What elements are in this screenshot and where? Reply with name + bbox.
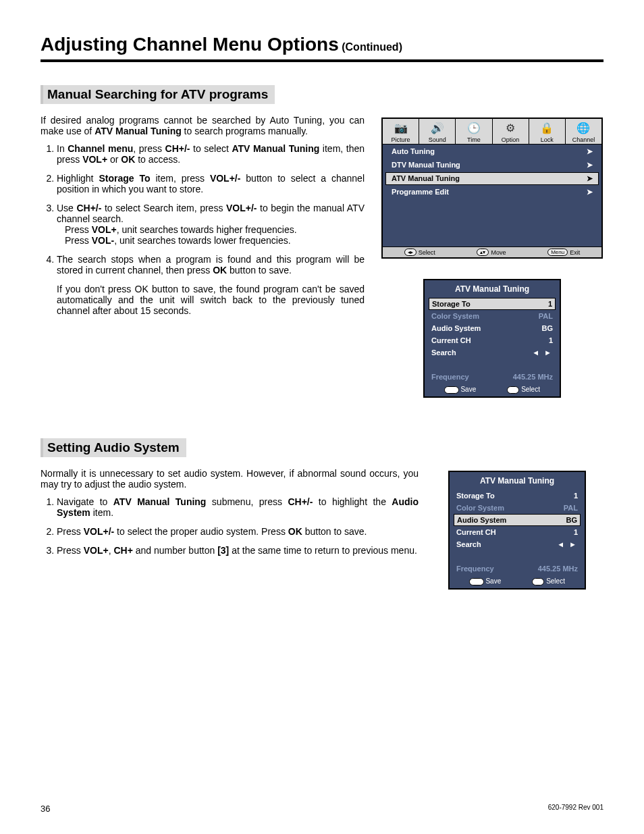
atv-row-storage-to[interactable]: Storage To1 — [450, 490, 585, 502]
atv-row-audio-system[interactable]: Audio SystemBG — [425, 322, 560, 334]
globe-icon: 🌐 — [566, 120, 601, 136]
osd-item-auto-tuning[interactable]: Auto Tuning➤ — [385, 145, 599, 158]
s1-step1: In Channel menu, press CH+/- to select A… — [57, 143, 365, 165]
menu-hint-icon: Menu — [547, 249, 568, 256]
ud-hint-icon: ▴▾ — [477, 249, 489, 256]
atv-row-color-system[interactable]: Color SystemPAL — [450, 502, 585, 514]
atv-row-frequency: Frequency445.25 MHz — [425, 371, 560, 383]
atv-row-current-ch[interactable]: Current CH1 — [450, 526, 585, 538]
page-title-continued: (Continued) — [342, 41, 402, 53]
atv-row-current-ch[interactable]: Current CH1 — [425, 334, 560, 346]
chevron-right-icon: ➤ — [587, 147, 593, 156]
option-icon: ⚙ — [493, 120, 529, 136]
osd-tab-time[interactable]: 🕒Time — [456, 119, 492, 144]
chevron-right-icon: ➤ — [587, 174, 593, 183]
atv-panel-title: ATV Manual Tuning — [450, 472, 585, 490]
doc-revision: 620-7992 Rev 001 — [548, 804, 603, 814]
s2-step1: Navigate to ATV Manual Tuning submenu, p… — [57, 496, 419, 518]
s1-intro-c: to search programs manually. — [182, 126, 308, 136]
osd-tab-channel[interactable]: 🌐Channel — [566, 119, 601, 144]
osd-item-atv-manual[interactable]: ATV Manual Tuning➤ — [385, 172, 599, 185]
atv-row-search[interactable]: Search◄ ► — [450, 538, 585, 550]
lr-hint-icon: ◂▸ — [532, 578, 544, 585]
osd-tabs: 📷Picture 🔊Sound 🕒Time ⚙Option 🔒Lock 🌐Cha… — [383, 119, 601, 145]
section1-body: If desired analog programs cannot be sea… — [41, 115, 365, 398]
osd-tab-option[interactable]: ⚙Option — [493, 119, 529, 144]
s2-step2: Press VOL+/- to select the proper audio … — [57, 526, 419, 537]
atv-row-search[interactable]: Search◄ ► — [425, 346, 560, 359]
ok-hint-icon: OK — [444, 386, 459, 394]
atv-row-storage-to[interactable]: Storage To1 — [429, 298, 556, 310]
atv-row-color-system[interactable]: Color SystemPAL — [425, 310, 560, 322]
page-title-main: Adjusting Channel Menu Options — [41, 34, 339, 55]
osd-item-dtv-manual[interactable]: DTV Manual Tuning➤ — [385, 159, 599, 172]
s2-intro: Normally it is unnecessary to set audio … — [41, 468, 419, 490]
osd-tab-lock[interactable]: 🔒Lock — [529, 119, 566, 144]
s1-step2: Highlight Storage To item, press VOL+/- … — [57, 173, 365, 194]
atv-footer-hints: OK Save ◂▸ Select — [425, 383, 560, 396]
sound-icon: 🔊 — [419, 120, 455, 136]
osd-tab-picture[interactable]: 📷Picture — [383, 119, 419, 144]
osd-item-programme-edit[interactable]: Programme Edit➤ — [385, 186, 599, 199]
section-heading-audio-system: Setting Audio System — [41, 438, 186, 457]
lr-hint-icon: ◂▸ — [507, 386, 519, 394]
clock-icon: 🕒 — [456, 120, 491, 136]
s1-step4: The search stops when a program is found… — [57, 254, 365, 316]
osd-tab-sound[interactable]: 🔊Sound — [419, 119, 456, 144]
s2-step3: Press VOL+, CH+ and number button [3] at… — [57, 545, 419, 556]
osd-footer-hints: ◂▸Select ▴▾Move MenuExit — [383, 246, 601, 257]
atv-manual-tuning-panel-storage: ATV Manual Tuning Storage To1 Color Syst… — [423, 279, 561, 398]
section-heading-manual-search: Manual Searching for ATV programs — [41, 85, 275, 104]
page-number: 36 — [41, 804, 50, 814]
atv-row-frequency: Frequency445.25 MHz — [450, 563, 585, 575]
atv-manual-tuning-panel-audio: ATV Manual Tuning Storage To1 Color Syst… — [448, 471, 586, 590]
lock-icon: 🔒 — [529, 120, 565, 136]
s1-step3: Use CH+/- to select Search item, press V… — [57, 203, 365, 246]
page-title: Adjusting Channel Menu Options (Continue… — [41, 34, 603, 62]
ok-hint-icon: OK — [469, 578, 484, 585]
atv-row-audio-system[interactable]: Audio SystemBG — [454, 514, 581, 526]
page-footer: 36 620-7992 Rev 001 — [41, 804, 603, 814]
chevron-right-icon: ➤ — [587, 188, 593, 197]
s1-intro-b: ATV Manual Tuning — [95, 126, 182, 136]
camera-icon: 📷 — [383, 120, 419, 136]
lr-hint-icon: ◂▸ — [404, 249, 417, 256]
atv-panel-title: ATV Manual Tuning — [425, 280, 560, 298]
atv-footer-hints: OK Save ◂▸ Select — [450, 575, 585, 588]
chevron-right-icon: ➤ — [587, 161, 593, 170]
section2-body: Normally it is unnecessary to set audio … — [41, 468, 419, 590]
osd-channel-menu: 📷Picture 🔊Sound 🕒Time ⚙Option 🔒Lock 🌐Cha… — [381, 118, 603, 259]
